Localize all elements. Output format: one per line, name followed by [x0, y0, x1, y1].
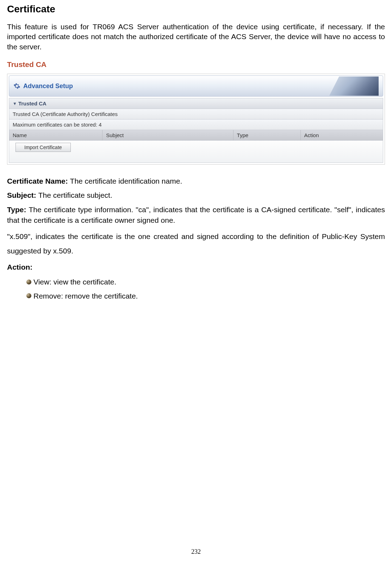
- action-item-view-text: View: view the certificate.: [33, 276, 116, 288]
- page-title: Certificate: [7, 4, 385, 15]
- info-row-ca-title: Trusted CA (Certificate Authority) Certi…: [9, 109, 383, 119]
- definition-type: Type: The certificate type information. …: [7, 204, 385, 226]
- action-item-remove: Remove: remove the certificate.: [26, 290, 385, 302]
- text-cert-name: The certificate identification name.: [70, 177, 182, 185]
- action-item-view: View: view the certificate.: [26, 276, 385, 288]
- label-cert-name: Certificate Name:: [7, 177, 70, 185]
- definition-action: Action:: [7, 262, 385, 272]
- action-item-remove-text: Remove: remove the certificate.: [33, 290, 138, 302]
- action-list: View: view the certificate. Remove: remo…: [26, 276, 385, 302]
- column-header-subject: Subject: [102, 130, 233, 140]
- section-bar-trusted-ca[interactable]: ▼ Trusted CA: [9, 98, 383, 109]
- screenshot-header: Advanced Setup: [9, 75, 383, 97]
- table-header-row: Name Subject Type Action: [9, 130, 383, 141]
- bullet-icon: [26, 293, 31, 298]
- intro-paragraph: This feature is used for TR069 ACS Serve…: [7, 22, 385, 52]
- section-heading-trusted-ca: Trusted CA: [7, 60, 385, 69]
- page-number: 232: [191, 548, 201, 556]
- column-header-action: Action: [301, 130, 383, 140]
- screenshot-panel: Advanced Setup ▼ Trusted CA Trusted CA (…: [7, 74, 385, 165]
- label-action: Action:: [7, 263, 32, 271]
- gear-icon: [13, 82, 20, 90]
- label-subject: Subject:: [7, 191, 38, 199]
- chevron-down-icon: ▼: [13, 101, 17, 106]
- definition-subject: Subject: The certificate subject.: [7, 190, 385, 201]
- header-device-graphic: [329, 76, 379, 96]
- column-header-name: Name: [9, 130, 102, 140]
- text-subject: The certificate subject.: [38, 191, 112, 199]
- text-type: The certificate type information. "ca", …: [7, 206, 385, 224]
- header-title: Advanced Setup: [23, 82, 73, 90]
- bullet-icon: [26, 280, 31, 284]
- label-type: Type:: [7, 206, 29, 214]
- definition-cert-name: Certificate Name: The certificate identi…: [7, 176, 385, 186]
- column-header-type: Type: [234, 130, 301, 140]
- header-left: Advanced Setup: [13, 82, 73, 90]
- info-row-max-certs: Maximum certificates can be stored: 4: [9, 119, 383, 130]
- section-bar-label: Trusted CA: [18, 100, 46, 106]
- button-row: Import Certificate: [9, 141, 383, 163]
- import-certificate-button[interactable]: Import Certificate: [15, 143, 71, 152]
- definition-x509: "x.509", indicates the certificate is th…: [7, 229, 385, 258]
